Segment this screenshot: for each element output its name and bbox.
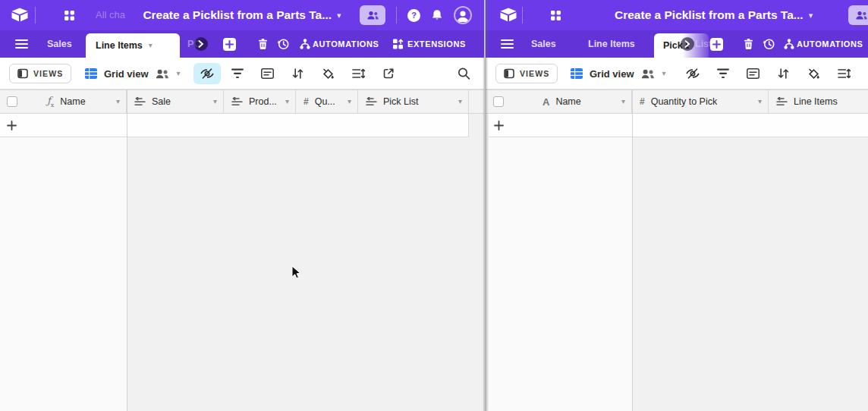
topbar-actions: ? <box>360 0 472 30</box>
help-icon[interactable]: ? <box>407 9 420 22</box>
select-all-checkbox[interactable] <box>7 96 17 107</box>
top-app-bar: All cha Create a Picklist from a Parts T… <box>0 0 484 30</box>
share-collaborators-button[interactable] <box>360 5 385 25</box>
column-header-row: A Name ▾ # Quantity to Pick ▾ Line Items… <box>486 89 868 114</box>
row-height-icon[interactable] <box>352 58 365 89</box>
dual-airtable-screens: All cha Create a Picklist from a Parts T… <box>0 0 868 411</box>
trash-icon[interactable] <box>257 30 269 58</box>
extensions-icon[interactable] <box>392 30 404 58</box>
app-grid-icon[interactable] <box>550 10 561 21</box>
automations-label[interactable]: AUTOMATIONS <box>313 30 379 58</box>
chevron-right-icon <box>198 40 204 48</box>
add-table-button[interactable] <box>223 30 236 58</box>
grid-view-icon <box>571 68 583 79</box>
hide-fields-button-active[interactable] <box>193 63 221 84</box>
share-view-icon[interactable] <box>382 58 395 89</box>
color-icon[interactable] <box>807 58 820 89</box>
group-icon[interactable] <box>747 58 760 89</box>
filter-icon[interactable] <box>717 58 729 89</box>
select-all-checkbox[interactable] <box>493 96 504 107</box>
user-avatar[interactable] <box>454 6 472 24</box>
view-switcher[interactable]: Grid view ▾ <box>85 58 181 89</box>
column-header-product[interactable]: Prod... ▾ <box>224 90 296 113</box>
add-record-row[interactable] <box>489 114 868 137</box>
views-label: VIEWS <box>33 69 63 78</box>
grid-view-icon <box>85 68 97 79</box>
chevron-down-icon: ▾ <box>337 11 341 20</box>
chevron-down-icon[interactable]: ▾ <box>149 42 153 49</box>
view-switcher[interactable]: Grid view ▾ <box>571 58 666 89</box>
add-record-row[interactable] <box>0 114 469 137</box>
history-icon[interactable] <box>277 30 290 58</box>
chevron-down-icon[interactable]: ▾ <box>285 98 289 105</box>
column-label: Prod... <box>249 96 277 107</box>
chevron-down-icon: ▾ <box>177 70 181 77</box>
tab-sales[interactable]: Sales <box>47 30 72 58</box>
search-icon[interactable] <box>458 58 470 89</box>
column-header-name[interactable]: ƒx Name ▾ <box>0 90 127 113</box>
sidebar-menu-icon[interactable] <box>501 30 514 58</box>
chevron-right-icon <box>684 40 690 48</box>
share-collaborators-button[interactable] <box>848 5 868 25</box>
chevron-down-icon[interactable]: ▾ <box>758 98 762 105</box>
column-header-quantity[interactable]: # Qu... ▾ <box>296 90 358 113</box>
sort-icon[interactable] <box>778 58 789 89</box>
trash-icon[interactable] <box>743 30 754 58</box>
filter-icon[interactable] <box>231 58 244 89</box>
chevron-down-icon[interactable]: ▾ <box>458 98 462 105</box>
sort-icon[interactable] <box>292 58 303 89</box>
column-header-sale[interactable]: Sale ▾ <box>127 90 224 113</box>
chevron-down-icon[interactable]: ▾ <box>348 98 351 105</box>
column-label: Line Items <box>794 96 838 107</box>
tab-line-items[interactable]: Line Items <box>588 30 635 58</box>
column-label: Sale <box>152 96 171 107</box>
person-icon <box>456 9 470 23</box>
color-icon[interactable] <box>322 58 335 89</box>
grid-body <box>632 137 868 411</box>
automations-icon[interactable] <box>299 30 311 58</box>
extensions-label[interactable]: EXTENSIONS <box>407 30 466 58</box>
views-button[interactable]: VIEWS <box>495 64 558 83</box>
plus-icon <box>712 40 721 49</box>
top-app-bar: Create a Picklist from a Parts Ta... ▾ <box>486 0 868 30</box>
row-height-icon[interactable] <box>838 58 851 89</box>
chevron-down-icon[interactable]: ▾ <box>213 98 217 105</box>
grid-body-frozen <box>0 137 127 411</box>
scroll-tabs-right-button[interactable] <box>194 37 208 51</box>
view-toolbar: VIEWS Grid view ▾ <box>0 58 484 89</box>
scroll-tabs-right-button[interactable] <box>681 37 694 51</box>
column-header-quantity-to-pick[interactable]: # Quantity to Pick ▾ <box>632 90 769 113</box>
base-title-control[interactable]: Create a Picklist from a Parts Ta... ▾ <box>615 0 813 30</box>
tab-sales[interactable]: Sales <box>531 30 556 58</box>
frozen-column-divider[interactable] <box>127 89 127 411</box>
hide-fields-icon[interactable] <box>685 58 700 89</box>
column-header-name[interactable]: A Name ▾ <box>489 90 632 113</box>
frozen-column-divider[interactable] <box>632 89 633 411</box>
column-header-line-items[interactable]: Line Items ▾ <box>769 90 868 113</box>
automations-label[interactable]: AUTOMATIONS <box>797 30 863 58</box>
airtable-logo-icon[interactable] <box>499 8 517 23</box>
notifications-bell-icon[interactable] <box>431 9 443 21</box>
column-header-row: ƒx Name ▾ Sale ▾ Prod... ▾ # Qu... ▾ <box>0 89 484 114</box>
base-title: Create a Picklist from a Parts Ta... <box>615 8 804 22</box>
group-icon[interactable] <box>261 58 274 89</box>
column-label: Name <box>555 96 580 107</box>
mouse-cursor <box>291 265 301 280</box>
collaborators-icon <box>366 11 379 20</box>
views-button[interactable]: VIEWS <box>9 64 71 83</box>
chevron-down-icon[interactable]: ▾ <box>621 98 625 105</box>
number-icon: # <box>640 96 645 107</box>
column-label: Qu... <box>315 96 335 107</box>
chevron-down-icon[interactable]: ▾ <box>116 98 120 105</box>
plus-icon <box>7 121 17 130</box>
column-header-picklist[interactable]: Pick List ▾ <box>358 90 469 113</box>
automations-icon[interactable] <box>783 30 795 58</box>
view-name: Grid view <box>104 68 149 80</box>
topbar-actions <box>848 0 868 30</box>
chevron-down-icon: ▾ <box>809 11 813 20</box>
sidebar-menu-icon[interactable] <box>15 30 28 58</box>
add-table-button[interactable] <box>710 30 723 58</box>
history-icon[interactable] <box>763 30 775 58</box>
formula-icon: ƒx <box>47 95 54 108</box>
tab-line-items-active[interactable]: Line Items ▾ <box>86 33 180 58</box>
